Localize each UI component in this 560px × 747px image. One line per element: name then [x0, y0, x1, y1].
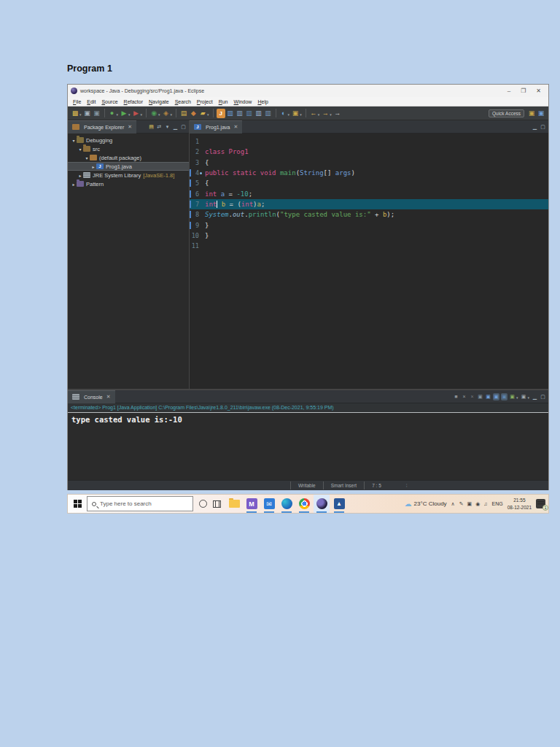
link-editor-icon[interactable]: ⇄ [156, 123, 163, 131]
save-icon[interactable]: ▣ [83, 109, 92, 118]
close-button[interactable]: ✕ [536, 85, 541, 97]
language-indicator[interactable]: ENG [492, 501, 503, 506]
forward-icon[interactable]: → [321, 109, 330, 118]
display-selected-icon[interactable]: ▣ [520, 393, 526, 400]
remove-launch-icon[interactable]: × [461, 393, 467, 400]
tab-console[interactable]: Console ✕ [68, 390, 115, 403]
code-line-3[interactable]: 3{ [190, 158, 548, 168]
expanded-arrow-icon[interactable]: ▾ [71, 138, 77, 143]
code-line-9[interactable]: 9} [190, 220, 548, 230]
tree-item-default-package[interactable]: ▾(default package) [68, 153, 189, 162]
new-package-icon-dropdown[interactable]: ▾ [171, 112, 173, 117]
tab-prog1-java[interactable]: Prog1.java ✕ [190, 120, 242, 133]
debug-icon-dropdown[interactable]: ▾ [117, 112, 119, 117]
jar-icon[interactable]: ▤ [179, 109, 188, 118]
expanded-arrow-icon[interactable]: ▾ [77, 147, 83, 152]
volume-icon[interactable]: ♫ [483, 501, 487, 506]
network-icon[interactable]: ◉ [475, 501, 480, 507]
tree-item-pattern[interactable]: ▸Pattern [68, 179, 189, 188]
declaration-icon[interactable]: ▥ [245, 109, 254, 118]
tree-item-jre-system-library[interactable]: ▸JRE System Library[JavaSE-1.8] [68, 171, 189, 179]
code-editor[interactable]: 12class Prog13{4public static void main(… [190, 133, 548, 389]
outline-icon[interactable]: ▥ [264, 109, 273, 118]
minimize-console-icon[interactable]: ▁ [532, 393, 538, 400]
code-line-10[interactable]: 10} [190, 231, 548, 241]
taskbar-app-photos[interactable]: ▲ [331, 495, 347, 513]
menu-item-source[interactable]: Source [98, 99, 120, 104]
tree-item-debugging[interactable]: ▾Debugging [68, 136, 189, 144]
quick-access-button[interactable]: Quick Access [489, 109, 524, 117]
annotation-icon[interactable]: ▣ [291, 109, 300, 118]
save-all-icon[interactable]: ▣ [93, 109, 101, 118]
code-line-11[interactable]: 11 [190, 241, 548, 251]
weather-widget[interactable]: ☁ 23°C Cloudy [405, 500, 447, 508]
menu-item-navigate[interactable]: Navigate [146, 99, 172, 104]
clock[interactable]: 21:55 08-12-2021 [508, 497, 532, 511]
collapsed-arrow-icon[interactable]: ▸ [77, 173, 83, 178]
taskbar-app-file-explorer[interactable] [226, 495, 242, 513]
taskbar-search-input[interactable]: Type here to search [87, 496, 193, 511]
menu-item-refactor[interactable]: Refactor [121, 99, 146, 104]
taskbar-app-edge[interactable] [279, 495, 295, 513]
taskbar-app-purple-m-app[interactable]: M [244, 495, 260, 513]
cortana-button[interactable] [199, 500, 207, 508]
new-wizard-icon[interactable]: ▩ [71, 109, 79, 118]
display-selected-icon-dropdown[interactable]: ▾ [527, 395, 529, 400]
menu-item-run[interactable]: Run [216, 99, 231, 104]
java-app-icon[interactable]: J [217, 109, 225, 118]
code-line-4[interactable]: 4public static void main(String[] args) [190, 168, 548, 178]
minimize-editor-icon[interactable]: ▁ [532, 123, 538, 131]
tree-item-src[interactable]: ▾src [68, 144, 189, 153]
new-class-icon[interactable]: ◉ [149, 109, 158, 118]
maximize-console-icon[interactable]: ▢ [540, 393, 546, 400]
maximize-editor-icon[interactable]: ▢ [540, 123, 546, 131]
taskbar-app-eclipse[interactable] [314, 495, 330, 513]
open-console-icon-dropdown[interactable]: ▾ [516, 395, 518, 400]
javadoc-icon[interactable]: ◆ [189, 109, 198, 118]
java-perspective-icon[interactable]: ▣ [537, 109, 545, 118]
pen-icon[interactable]: ✎ [459, 501, 464, 507]
notification-center-button[interactable]: 1 [536, 499, 545, 508]
task-view-button[interactable] [213, 500, 221, 508]
terminate-icon[interactable]: ■ [453, 393, 459, 400]
tree-item-prog1-java[interactable]: ▸Prog1.java [68, 162, 189, 171]
annotation-icon-dropdown[interactable]: ▾ [300, 112, 302, 117]
menu-item-project[interactable]: Project [194, 99, 216, 104]
pin-console-icon[interactable]: ▣ [501, 393, 508, 400]
debug-icon[interactable]: ● [108, 109, 117, 118]
menu-item-edit[interactable]: Edit [84, 99, 98, 104]
new-class-icon-dropdown[interactable]: ▾ [158, 112, 160, 117]
display-icon[interactable]: ▣ [467, 501, 472, 507]
collapsed-arrow-icon[interactable]: ▸ [90, 164, 96, 169]
expanded-arrow-icon[interactable]: ▾ [84, 155, 90, 160]
code-line-6[interactable]: 6int a = -10; [190, 188, 548, 198]
clear-console-icon[interactable]: ▣ [477, 393, 483, 400]
back-icon-dropdown[interactable]: ▾ [318, 112, 320, 117]
close-icon[interactable]: ✕ [128, 124, 132, 130]
word-wrap-icon[interactable]: ▣ [493, 393, 499, 400]
minimize-button[interactable]: – [508, 85, 510, 97]
call-hierarchy-icon[interactable]: ▥ [236, 109, 244, 118]
code-line-8[interactable]: 8System.out.println("type casted value i… [190, 209, 548, 220]
console-view-icon[interactable]: ▥ [254, 109, 263, 118]
maximize-button[interactable]: ❐ [521, 85, 526, 97]
run-icon-dropdown[interactable]: ▾ [128, 112, 131, 117]
menu-item-file[interactable]: File [70, 99, 84, 104]
search-icon[interactable]: ◐ [279, 109, 288, 118]
maximize-view-icon[interactable]: ▢ [180, 123, 187, 131]
code-line-1[interactable]: 1 [190, 136, 548, 147]
edit-icon[interactable]: ▰ [198, 109, 207, 118]
profile-icon[interactable]: ▶ [132, 109, 141, 118]
tab-package-explorer[interactable]: Package Explorer ✕ [68, 120, 136, 133]
taskbar-app-chrome[interactable] [296, 495, 312, 513]
profile-icon-dropdown[interactable]: ▾ [141, 112, 143, 117]
close-icon[interactable]: ✕ [233, 124, 238, 130]
start-button[interactable] [68, 494, 87, 514]
last-edit-icon[interactable]: → [333, 109, 342, 118]
open-type-icon[interactable]: ▥ [226, 109, 235, 118]
menu-item-window[interactable]: Window [231, 99, 255, 104]
menu-item-search[interactable]: Search [172, 99, 194, 104]
close-icon[interactable]: ✕ [106, 394, 111, 400]
open-console-icon[interactable]: ▣ [509, 393, 516, 400]
code-line-2[interactable]: 2class Prog1 [190, 147, 548, 157]
